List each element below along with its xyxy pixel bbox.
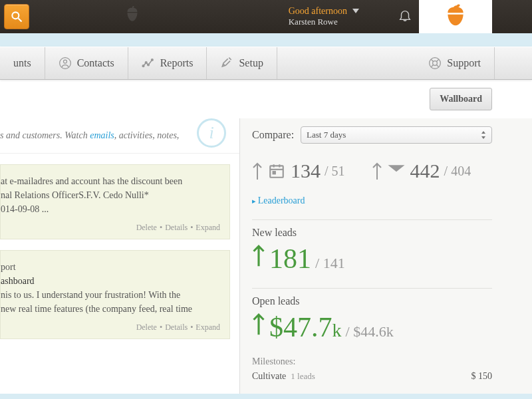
calendar-stat: 134 / 51: [252, 160, 345, 182]
nav-label: Reports: [160, 57, 194, 69]
nav-support[interactable]: Support: [415, 47, 495, 79]
stat-value: 442: [410, 160, 440, 182]
card-actions: Delete•Details•Expand: [1, 221, 220, 233]
open-leads-stat: $47.7k / $44.6k: [252, 307, 492, 352]
chart-icon: [142, 57, 155, 70]
nav-accounts[interactable]: unts: [0, 47, 45, 79]
nav-contacts[interactable]: Contacts: [45, 47, 128, 79]
username: Karsten Rowe: [289, 17, 359, 27]
calendar-icon: [267, 162, 287, 180]
svg-line-10: [431, 59, 433, 61]
nav-setup[interactable]: Setup: [207, 47, 277, 79]
details-link[interactable]: Details: [165, 223, 188, 232]
info-icon[interactable]: i: [197, 118, 226, 148]
logo-watermark: [122, 5, 142, 28]
svg-point-7: [151, 59, 153, 61]
arrow-up-icon: [252, 243, 265, 268]
feed-card: at e-mailadres and account has the disco…: [0, 164, 230, 239]
nav-reports[interactable]: Reports: [128, 47, 207, 79]
tools-icon: [220, 57, 233, 70]
arrow-up-icon: [372, 161, 382, 181]
expand-link[interactable]: Expand: [196, 223, 220, 232]
milestone-row: Cultivate 1 leads $ 150: [252, 367, 492, 386]
details-link[interactable]: Details: [165, 323, 188, 332]
nav-label: Contacts: [77, 57, 114, 69]
svg-point-4: [142, 65, 144, 67]
milestones-label: Milestones:: [252, 356, 492, 367]
top-bar: Good afternoon Karsten Rowe: [0, 0, 532, 33]
feed-card: port ashboard nis to us. I understand yo…: [0, 250, 230, 339]
email-stat: 442 / 404: [372, 160, 471, 182]
feed-column: s and customers. Watch emails, activitie…: [0, 118, 239, 394]
bell-icon: [398, 7, 412, 23]
svg-line-13: [437, 59, 439, 61]
arrow-up-icon: [252, 161, 263, 181]
main-nav: unts Contacts Reports Setup Support: [0, 47, 532, 80]
new-leads-stat: 181 / 141: [252, 239, 492, 284]
svg-point-3: [63, 60, 66, 63]
compare-select[interactable]: Last 7 days: [301, 126, 492, 144]
brand-logo[interactable]: [419, 0, 492, 33]
svg-point-9: [433, 61, 438, 66]
svg-line-12: [431, 65, 433, 67]
wallboard-button[interactable]: Wallboard: [430, 88, 492, 110]
svg-rect-18: [273, 172, 275, 174]
person-icon: [59, 57, 72, 70]
svg-point-0: [12, 12, 19, 19]
svg-line-11: [437, 65, 439, 67]
notifications-button[interactable]: [398, 7, 412, 26]
leaderboard-link[interactable]: Leaderboard: [252, 189, 492, 215]
expand-link[interactable]: Expand: [196, 323, 220, 332]
chevron-down-icon: [352, 9, 359, 14]
mail-icon: [386, 162, 406, 180]
stat-value: 134: [291, 160, 321, 182]
intro-text: s and customers. Watch emails, activitie…: [0, 118, 239, 154]
greeting-text: Good afternoon: [289, 6, 347, 17]
open-leads-label: Open leads: [252, 295, 492, 307]
delete-link[interactable]: Delete: [136, 323, 157, 332]
user-greeting[interactable]: Good afternoon Karsten Rowe: [289, 6, 359, 27]
svg-point-6: [147, 64, 149, 66]
nav-label: Setup: [239, 57, 263, 69]
svg-point-5: [145, 62, 147, 64]
search-button[interactable]: [4, 4, 29, 29]
new-leads-label: New leads: [252, 227, 492, 239]
svg-rect-14: [270, 166, 283, 177]
compare-label: Compare:: [252, 129, 294, 141]
delete-link[interactable]: Delete: [136, 223, 157, 232]
acorn-icon: [442, 3, 469, 30]
select-arrows-icon: [481, 131, 486, 139]
nav-label: unts: [13, 57, 31, 69]
arrow-up-icon: [252, 311, 265, 336]
support-icon: [428, 57, 442, 70]
search-icon: [10, 10, 23, 23]
emails-link[interactable]: emails: [90, 130, 114, 140]
card-actions: Delete•Details•Expand: [1, 321, 220, 333]
stats-panel: Compare: Last 7 days 134 / 51 442 /: [239, 118, 532, 394]
svg-line-1: [19, 19, 22, 22]
nav-label: Support: [447, 57, 481, 69]
